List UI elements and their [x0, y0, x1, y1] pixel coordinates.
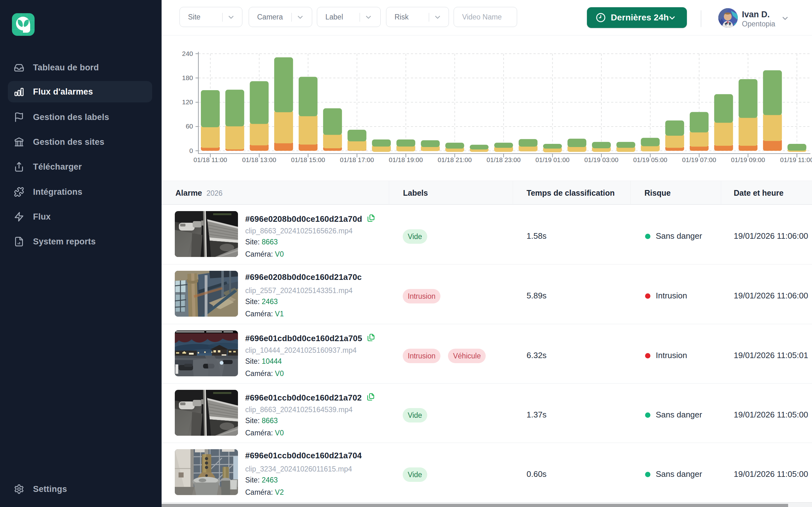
svg-text:01/19 11:00: 01/19 11:00: [780, 156, 812, 163]
svg-text:01/19 01:00: 01/19 01:00: [536, 156, 569, 163]
svg-text:01/19 09:00: 01/19 09:00: [731, 156, 765, 163]
svg-text:180: 180: [182, 74, 193, 81]
svg-text:01/18 21:00: 01/18 21:00: [438, 156, 471, 163]
svg-text:01/18 11:00: 01/18 11:00: [194, 156, 227, 163]
svg-text:0: 0: [189, 147, 193, 154]
svg-text:60: 60: [186, 122, 193, 130]
svg-text:01/19 03:00: 01/19 03:00: [585, 156, 618, 163]
svg-text:01/18 17:00: 01/18 17:00: [340, 156, 374, 163]
svg-text:01/18 19:00: 01/18 19:00: [389, 156, 423, 163]
svg-text:01/18 15:00: 01/18 15:00: [291, 156, 325, 163]
svg-text:01/19 07:00: 01/19 07:00: [682, 156, 716, 163]
svg-text:240: 240: [182, 50, 193, 57]
svg-text:01/18 13:00: 01/18 13:00: [242, 156, 276, 163]
svg-text:01/19 05:00: 01/19 05:00: [633, 156, 667, 163]
svg-text:120: 120: [182, 98, 193, 106]
svg-text:01/18 23:00: 01/18 23:00: [487, 156, 520, 163]
